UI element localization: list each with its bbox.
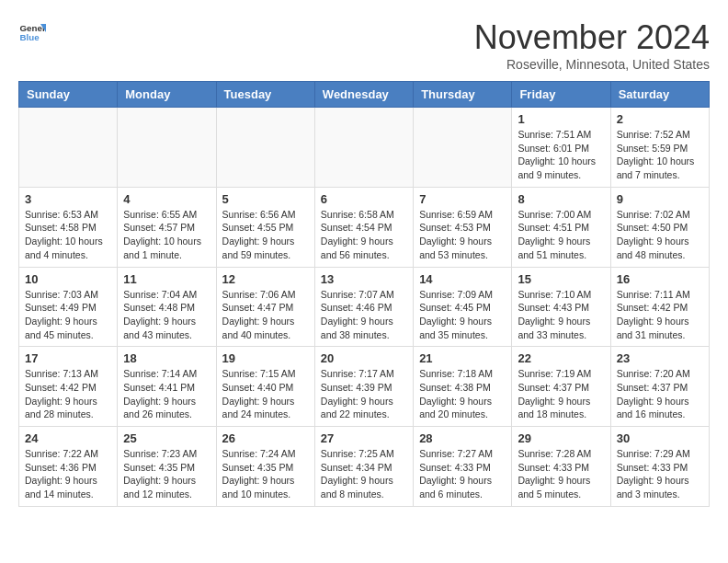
calendar-cell bbox=[19, 108, 118, 188]
day-info: Sunrise: 7:20 AM Sunset: 4:37 PM Dayligh… bbox=[617, 367, 703, 421]
location: Roseville, Minnesota, United States bbox=[474, 57, 710, 72]
calendar-cell: 8Sunrise: 7:00 AM Sunset: 4:51 PM Daylig… bbox=[512, 187, 610, 267]
calendar-cell: 25Sunrise: 7:23 AM Sunset: 4:35 PM Dayli… bbox=[118, 427, 216, 507]
calendar-cell: 27Sunrise: 7:25 AM Sunset: 4:34 PM Dayli… bbox=[314, 427, 413, 507]
day-number: 8 bbox=[518, 192, 604, 206]
day-number: 19 bbox=[222, 351, 309, 365]
calendar-cell bbox=[118, 108, 216, 188]
svg-text:Blue: Blue bbox=[20, 32, 40, 42]
day-number: 23 bbox=[617, 351, 703, 365]
day-info: Sunrise: 7:06 AM Sunset: 4:47 PM Dayligh… bbox=[222, 288, 309, 342]
logo-icon: General Blue bbox=[18, 18, 46, 46]
calendar-cell: 20Sunrise: 7:17 AM Sunset: 4:39 PM Dayli… bbox=[314, 347, 413, 427]
day-info: Sunrise: 7:29 AM Sunset: 4:33 PM Dayligh… bbox=[617, 447, 703, 501]
day-info: Sunrise: 7:17 AM Sunset: 4:39 PM Dayligh… bbox=[321, 367, 407, 421]
day-info: Sunrise: 7:15 AM Sunset: 4:40 PM Dayligh… bbox=[222, 367, 309, 421]
calendar-cell: 7Sunrise: 6:59 AM Sunset: 4:53 PM Daylig… bbox=[414, 187, 512, 267]
day-info: Sunrise: 7:07 AM Sunset: 4:46 PM Dayligh… bbox=[321, 288, 407, 342]
day-info: Sunrise: 7:11 AM Sunset: 4:42 PM Dayligh… bbox=[617, 288, 703, 342]
day-number: 15 bbox=[518, 272, 604, 286]
day-number: 30 bbox=[617, 431, 703, 445]
day-info: Sunrise: 7:13 AM Sunset: 4:42 PM Dayligh… bbox=[25, 367, 111, 421]
day-number: 20 bbox=[321, 351, 407, 365]
calendar-cell: 16Sunrise: 7:11 AM Sunset: 4:42 PM Dayli… bbox=[610, 267, 709, 347]
day-number: 13 bbox=[321, 272, 407, 286]
calendar-cell: 17Sunrise: 7:13 AM Sunset: 4:42 PM Dayli… bbox=[19, 347, 118, 427]
calendar-cell: 29Sunrise: 7:28 AM Sunset: 4:33 PM Dayli… bbox=[512, 427, 610, 507]
day-number: 25 bbox=[123, 431, 210, 445]
day-info: Sunrise: 7:22 AM Sunset: 4:36 PM Dayligh… bbox=[25, 447, 111, 501]
day-info: Sunrise: 6:59 AM Sunset: 4:53 PM Dayligh… bbox=[419, 208, 506, 262]
day-info: Sunrise: 7:10 AM Sunset: 4:43 PM Dayligh… bbox=[518, 288, 604, 342]
day-number: 1 bbox=[518, 112, 604, 126]
calendar-cell: 21Sunrise: 7:18 AM Sunset: 4:38 PM Dayli… bbox=[414, 347, 512, 427]
col-header-saturday: Saturday bbox=[610, 82, 709, 108]
calendar-cell: 1Sunrise: 7:51 AM Sunset: 6:01 PM Daylig… bbox=[512, 108, 610, 188]
day-number: 4 bbox=[123, 192, 210, 206]
day-info: Sunrise: 7:24 AM Sunset: 4:35 PM Dayligh… bbox=[222, 447, 309, 501]
calendar-cell: 23Sunrise: 7:20 AM Sunset: 4:37 PM Dayli… bbox=[610, 347, 709, 427]
day-number: 10 bbox=[25, 272, 111, 286]
day-number: 7 bbox=[419, 192, 506, 206]
day-info: Sunrise: 6:53 AM Sunset: 4:58 PM Dayligh… bbox=[25, 208, 111, 262]
calendar-cell: 22Sunrise: 7:19 AM Sunset: 4:37 PM Dayli… bbox=[512, 347, 610, 427]
day-info: Sunrise: 7:00 AM Sunset: 4:51 PM Dayligh… bbox=[518, 208, 604, 262]
day-number: 28 bbox=[419, 431, 506, 445]
day-number: 18 bbox=[123, 351, 210, 365]
calendar-cell: 5Sunrise: 6:56 AM Sunset: 4:55 PM Daylig… bbox=[216, 187, 314, 267]
calendar-table: SundayMondayTuesdayWednesdayThursdayFrid… bbox=[18, 81, 710, 507]
day-info: Sunrise: 7:18 AM Sunset: 4:38 PM Dayligh… bbox=[419, 367, 506, 421]
day-info: Sunrise: 7:03 AM Sunset: 4:49 PM Dayligh… bbox=[25, 288, 111, 342]
calendar-cell: 10Sunrise: 7:03 AM Sunset: 4:49 PM Dayli… bbox=[19, 267, 118, 347]
day-number: 24 bbox=[25, 431, 111, 445]
day-number: 2 bbox=[617, 112, 703, 126]
col-header-monday: Monday bbox=[118, 82, 216, 108]
calendar-cell bbox=[314, 108, 413, 188]
day-number: 12 bbox=[222, 272, 309, 286]
calendar-cell: 15Sunrise: 7:10 AM Sunset: 4:43 PM Dayli… bbox=[512, 267, 610, 347]
calendar-week-2: 3Sunrise: 6:53 AM Sunset: 4:58 PM Daylig… bbox=[19, 187, 710, 267]
day-number: 6 bbox=[321, 192, 407, 206]
calendar-cell: 14Sunrise: 7:09 AM Sunset: 4:45 PM Dayli… bbox=[414, 267, 512, 347]
day-info: Sunrise: 7:14 AM Sunset: 4:41 PM Dayligh… bbox=[123, 367, 210, 421]
day-info: Sunrise: 7:27 AM Sunset: 4:33 PM Dayligh… bbox=[419, 447, 506, 501]
page-header: General Blue November 2024 Roseville, Mi… bbox=[18, 18, 710, 72]
day-number: 27 bbox=[321, 431, 407, 445]
calendar-cell: 30Sunrise: 7:29 AM Sunset: 4:33 PM Dayli… bbox=[610, 427, 709, 507]
day-info: Sunrise: 7:52 AM Sunset: 5:59 PM Dayligh… bbox=[617, 128, 703, 182]
day-info: Sunrise: 7:51 AM Sunset: 6:01 PM Dayligh… bbox=[518, 128, 604, 182]
month-year: November 2024 bbox=[474, 18, 710, 57]
logo: General Blue bbox=[18, 18, 46, 46]
day-number: 11 bbox=[123, 272, 210, 286]
col-header-sunday: Sunday bbox=[19, 82, 118, 108]
calendar-cell: 18Sunrise: 7:14 AM Sunset: 4:41 PM Dayli… bbox=[118, 347, 216, 427]
day-info: Sunrise: 6:56 AM Sunset: 4:55 PM Dayligh… bbox=[222, 208, 309, 262]
calendar-cell: 12Sunrise: 7:06 AM Sunset: 4:47 PM Dayli… bbox=[216, 267, 314, 347]
calendar-cell: 28Sunrise: 7:27 AM Sunset: 4:33 PM Dayli… bbox=[414, 427, 512, 507]
calendar-cell: 11Sunrise: 7:04 AM Sunset: 4:48 PM Dayli… bbox=[118, 267, 216, 347]
day-info: Sunrise: 6:55 AM Sunset: 4:57 PM Dayligh… bbox=[123, 208, 210, 262]
day-number: 22 bbox=[518, 351, 604, 365]
day-info: Sunrise: 7:02 AM Sunset: 4:50 PM Dayligh… bbox=[617, 208, 703, 262]
calendar-cell: 13Sunrise: 7:07 AM Sunset: 4:46 PM Dayli… bbox=[314, 267, 413, 347]
calendar-cell: 26Sunrise: 7:24 AM Sunset: 4:35 PM Dayli… bbox=[216, 427, 314, 507]
day-number: 29 bbox=[518, 431, 604, 445]
day-number: 26 bbox=[222, 431, 309, 445]
col-header-thursday: Thursday bbox=[414, 82, 512, 108]
title-block: November 2024 Roseville, Minnesota, Unit… bbox=[474, 18, 710, 72]
day-number: 14 bbox=[419, 272, 506, 286]
calendar-cell: 3Sunrise: 6:53 AM Sunset: 4:58 PM Daylig… bbox=[19, 187, 118, 267]
calendar-cell: 4Sunrise: 6:55 AM Sunset: 4:57 PM Daylig… bbox=[118, 187, 216, 267]
calendar-cell: 9Sunrise: 7:02 AM Sunset: 4:50 PM Daylig… bbox=[610, 187, 709, 267]
col-header-friday: Friday bbox=[512, 82, 610, 108]
day-number: 17 bbox=[25, 351, 111, 365]
calendar-header-row: SundayMondayTuesdayWednesdayThursdayFrid… bbox=[19, 82, 710, 108]
day-info: Sunrise: 7:28 AM Sunset: 4:33 PM Dayligh… bbox=[518, 447, 604, 501]
calendar-cell bbox=[414, 108, 512, 188]
calendar-cell: 19Sunrise: 7:15 AM Sunset: 4:40 PM Dayli… bbox=[216, 347, 314, 427]
calendar-week-5: 24Sunrise: 7:22 AM Sunset: 4:36 PM Dayli… bbox=[19, 427, 710, 507]
day-info: Sunrise: 7:19 AM Sunset: 4:37 PM Dayligh… bbox=[518, 367, 604, 421]
day-number: 5 bbox=[222, 192, 309, 206]
col-header-tuesday: Tuesday bbox=[216, 82, 314, 108]
day-number: 21 bbox=[419, 351, 506, 365]
